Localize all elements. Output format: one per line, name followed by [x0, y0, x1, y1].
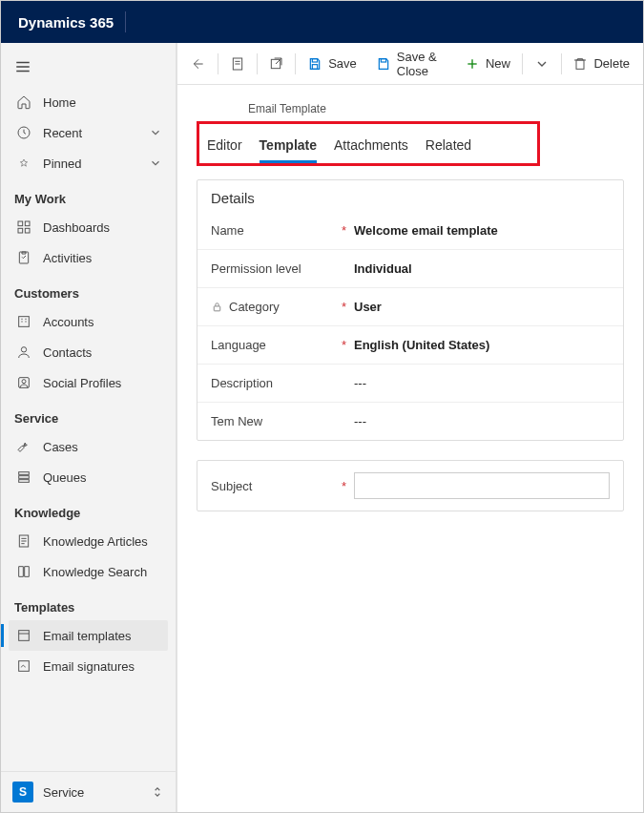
sidebar-item-knowledge-search[interactable]: Knowledge Search: [9, 556, 168, 587]
profile-icon: [14, 375, 33, 390]
details-section: Details Name* Welcome email template Per…: [197, 179, 624, 441]
sidebar-item-email-signatures[interactable]: Email signatures: [9, 651, 168, 681]
svg-rect-17: [19, 472, 30, 475]
sidebar-item-knowledge-articles[interactable]: Knowledge Articles: [9, 526, 168, 556]
sidebar-item-accounts[interactable]: Accounts: [9, 306, 168, 337]
field-label: Tem New: [211, 414, 262, 428]
field-row-description[interactable]: Description ---: [197, 364, 623, 402]
updown-icon: [151, 785, 164, 799]
back-button[interactable]: [181, 43, 216, 85]
sidebar-item-label: Knowledge Articles: [43, 534, 148, 549]
svg-rect-34: [312, 64, 317, 69]
sidebar-item-home[interactable]: Home: [9, 87, 168, 117]
field-value: Welcome email template: [354, 223, 610, 238]
field-value: User: [354, 300, 610, 314]
lock-icon: [211, 301, 223, 313]
field-label: Description: [211, 376, 273, 390]
subject-input[interactable]: [354, 472, 610, 499]
main-region: Save Save & Close New Delete Email Templ…: [177, 43, 643, 812]
svg-rect-33: [312, 58, 317, 61]
sidebar-group-header: My Work: [9, 178, 168, 212]
plus-icon: [465, 56, 480, 72]
command-bar: Save Save & Close New Delete: [177, 43, 643, 85]
home-icon: [14, 94, 33, 110]
sidebar-item-pinned[interactable]: Pinned: [9, 148, 168, 178]
new-dropdown-button[interactable]: [525, 43, 559, 85]
app-switcher[interactable]: S Service: [1, 771, 176, 812]
field-row-temnew[interactable]: Tem New ---: [197, 402, 623, 440]
divider: [257, 53, 258, 74]
save-button[interactable]: Save: [298, 43, 366, 85]
tab-attachments[interactable]: Attachments: [334, 132, 408, 163]
field-row-category[interactable]: Category* User: [197, 287, 623, 325]
required-indicator: *: [342, 300, 346, 314]
sidebar-group-header: Customers: [9, 273, 168, 306]
entity-label: Email Template: [248, 102, 624, 115]
tab-template[interactable]: Template: [260, 132, 317, 163]
field-row-permission[interactable]: Permission level Individual: [197, 249, 623, 287]
form-tabs: Editor Template Attachments Related: [207, 132, 530, 163]
field-label: Permission level: [211, 261, 301, 276]
field-value: Individual: [354, 261, 610, 276]
field-row-language[interactable]: Language* English (United States): [197, 325, 623, 364]
sidebar-item-dashboards[interactable]: Dashboards: [9, 212, 168, 242]
sidebar-item-label: Activities: [43, 251, 92, 265]
sidebar-item-label: Queues: [43, 470, 87, 485]
book-icon: [14, 564, 33, 579]
sidebar-item-label: Cases: [43, 440, 78, 454]
delete-button[interactable]: Delete: [563, 43, 639, 85]
required-indicator: *: [342, 338, 346, 352]
divider: [522, 53, 523, 74]
sidebar-item-recent[interactable]: Recent: [9, 117, 168, 148]
svg-rect-38: [576, 60, 584, 69]
field-value: ---: [354, 414, 610, 428]
sidebar-item-label: Home: [43, 95, 76, 110]
sidebar-item-queues[interactable]: Queues: [9, 462, 168, 492]
field-row-name[interactable]: Name* Welcome email template: [197, 212, 623, 249]
chevron-down-icon: [149, 156, 162, 170]
sidebar-group-header: Knowledge: [9, 492, 168, 526]
svg-rect-4: [18, 221, 23, 226]
save-close-label: Save & Close: [397, 50, 446, 78]
new-button[interactable]: New: [455, 43, 520, 85]
template-icon: [14, 628, 33, 643]
sidebar-item-activities[interactable]: Activities: [9, 242, 168, 273]
sidebar: Home Recent Pinned My Work Dashboards Ac…: [1, 43, 177, 812]
section-header: Details: [197, 180, 623, 212]
svg-point-14: [21, 347, 26, 352]
sidebar-item-label: Email signatures: [43, 659, 135, 674]
svg-rect-35: [381, 58, 385, 61]
sidebar-group-header: Templates: [9, 587, 168, 620]
tab-editor[interactable]: Editor: [207, 132, 242, 163]
save-close-icon: [376, 56, 391, 72]
app-title: Dynamics 365: [18, 14, 114, 31]
svg-rect-9: [19, 317, 30, 327]
sidebar-item-label: Pinned: [43, 156, 81, 171]
svg-rect-19: [19, 480, 30, 483]
chevron-down-icon: [149, 126, 162, 139]
field-label: Name: [211, 223, 244, 238]
sidebar-item-social-profiles[interactable]: Social Profiles: [9, 367, 168, 398]
sidebar-item-email-templates[interactable]: Email templates: [9, 620, 168, 651]
field-label: Language: [211, 338, 266, 352]
sidebar-item-cases[interactable]: Cases: [9, 431, 168, 462]
sidebar-item-label: Knowledge Search: [43, 565, 147, 579]
save-close-button[interactable]: Save & Close: [366, 43, 455, 85]
clipboard-icon: [14, 250, 33, 265]
tab-related[interactable]: Related: [426, 132, 471, 163]
divider: [295, 53, 296, 74]
app-name: Service: [43, 785, 84, 800]
open-button[interactable]: [259, 43, 293, 85]
subject-section: Subject*: [197, 460, 624, 511]
sidebar-item-label: Social Profiles: [43, 376, 121, 390]
form-selector-button[interactable]: [220, 43, 255, 85]
top-bar: Dynamics 365: [1, 1, 643, 43]
field-row-subject: Subject*: [197, 461, 623, 511]
svg-rect-18: [19, 476, 30, 479]
hamburger-button[interactable]: [14, 58, 162, 75]
svg-rect-24: [19, 631, 30, 641]
dashboard-icon: [14, 219, 33, 235]
field-label: Subject: [211, 479, 252, 493]
trash-icon: [572, 56, 588, 72]
sidebar-item-contacts[interactable]: Contacts: [9, 337, 168, 367]
